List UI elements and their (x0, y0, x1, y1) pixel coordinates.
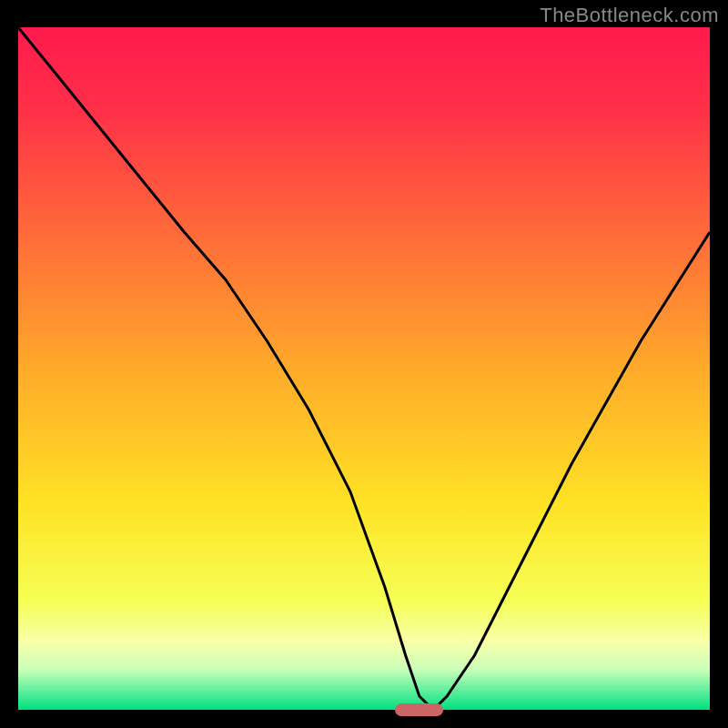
optimal-marker (395, 703, 443, 716)
watermark-text: TheBottleneck.com (540, 4, 719, 27)
background-gradient (18, 27, 710, 710)
chart-frame: TheBottleneck.com (0, 0, 728, 728)
plot-area (18, 27, 710, 710)
svg-rect-0 (18, 27, 710, 710)
